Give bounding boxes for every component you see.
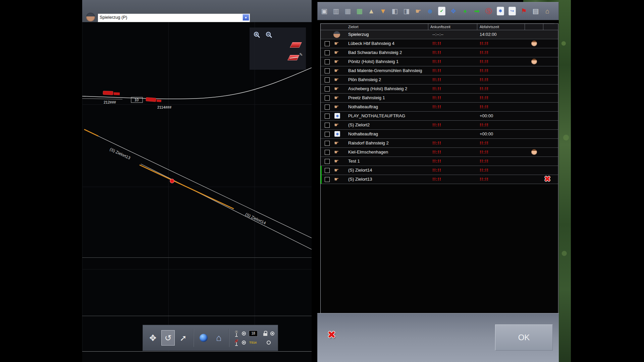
train-summary-row[interactable]: Spielerzug --:--:-- 14:02:00 (321, 30, 558, 39)
train-marker-1[interactable] (103, 91, 120, 95)
table-row[interactable]: ☛ Kiel-Elmschenhagen !!:!! !!:!! (321, 148, 558, 157)
destination-label: Bad Schwartau Bahnsteig 2 (348, 48, 402, 57)
arrival-time: !!:!! (432, 84, 441, 93)
hand-icon: ☛ (334, 121, 339, 129)
split-right-button[interactable]: ◨ (402, 5, 411, 17)
table-row[interactable]: ☛ Nothalteauftrag !!:!! !!:!! (321, 103, 558, 112)
zoom-out-button[interactable] (264, 30, 274, 40)
table-row[interactable]: ✱ PLAY_NOTHALTEAUFTRAG +00:00 (321, 112, 558, 121)
save-button[interactable]: ▣ (320, 5, 329, 17)
destination-label: (S) Zielort2 (348, 121, 370, 129)
row-checkbox[interactable] (325, 86, 330, 92)
doc-export-button[interactable]: ↪ (507, 5, 517, 17)
row-checkbox[interactable] (325, 159, 330, 164)
row-checkbox[interactable] (325, 123, 330, 128)
lock-radio[interactable] (270, 331, 274, 336)
chevron-down-icon[interactable]: ▼ (243, 14, 249, 21)
order-doc-icon: ✱ (334, 131, 340, 137)
destination-label: Lübeck Hbf Bahnsteig 4 (348, 39, 394, 48)
table-row[interactable]: ☛ Bad Malente-Gremsmühlen Bahnsteig !!:!… (321, 66, 558, 75)
row-checkbox[interactable] (325, 68, 330, 73)
arrow-right-green-button[interactable]: ➡ (472, 5, 482, 17)
position-dot[interactable] (170, 179, 174, 183)
signal-radio-1[interactable] (242, 331, 246, 336)
depot-icon: ⌂ (545, 8, 549, 14)
timetable-rows: ☛ Lübeck Hbf Bahnsteig 4 !!:!! !!:!! ☛ B… (321, 39, 558, 184)
speed-value-box[interactable]: 18 (249, 330, 258, 337)
red-layer-icon[interactable] (290, 42, 302, 48)
row-checkbox[interactable] (325, 59, 330, 64)
departure-time: !!:!! (480, 75, 489, 84)
hand-button[interactable]: ☛ (414, 5, 423, 17)
table-row[interactable]: ☛ (S) Zielort13 !!:!! !!:!! ✖ (321, 175, 558, 184)
destination-label: Pönitz (Holst) Bahnsteig 1 (348, 57, 398, 66)
train-select-dropdown[interactable]: Spielerzug (P) ▼ (98, 13, 250, 22)
row-checkbox[interactable] (325, 141, 330, 146)
table-row[interactable]: ☛ Preetz Bahnsteig 1 !!:!! !!:!! (321, 94, 558, 103)
table-row[interactable]: ☛ Ascheberg (Holst) Bahnsteig 2 !!:!! !!… (321, 84, 558, 94)
table-row[interactable]: ☛ (S) Zielort2 !!:!! !!:!! (321, 121, 558, 130)
destination-label: Kiel-Elmschenhagen (348, 148, 388, 157)
order-doc-icon: ✱ (334, 113, 340, 119)
table-row[interactable]: ☛ Plön Bahnsteig 2 !!:!! !!:!! (321, 75, 558, 84)
zoom-in-button[interactable] (252, 30, 262, 40)
s-cancel-button[interactable]: Ⓢ (484, 5, 493, 17)
extra-radio[interactable] (267, 341, 271, 345)
grid-small-button[interactable]: ▦ (343, 5, 353, 17)
table-row[interactable]: ☛ Lübeck Hbf Bahnsteig 4 !!:!! !!:!! (321, 39, 558, 48)
signal-radio-2[interactable] (242, 341, 246, 345)
split-left-button[interactable]: ◧ (390, 5, 399, 17)
row-checkbox[interactable] (325, 105, 330, 110)
red-layer-edit-icon[interactable]: ✎ (287, 55, 300, 60)
table-row[interactable]: ☛ Bad Schwartau Bahnsteig 2 !!:!! !!:!! (321, 48, 558, 57)
row-checkbox[interactable] (325, 132, 330, 137)
depot-button[interactable]: ⌂ (543, 5, 552, 17)
arrival-time: !!:!! (432, 121, 441, 129)
row-checkbox[interactable] (325, 168, 330, 173)
table-row[interactable]: ☛ Test 1 !!:!! !!:!! (321, 157, 558, 166)
tiles-button[interactable]: ❖ (449, 5, 458, 17)
row-checkbox[interactable] (325, 50, 330, 55)
timetable-toolbar: ▣ ▥ ▦ ▦ ▲ ▼ ◧ ◨ ☛ ☻ ✔ ❖ ➧ ➡ Ⓢ ✱ ↪ ⚑ ▤ ⌂ (317, 2, 559, 20)
rotate-mode-button[interactable]: ↺ (161, 330, 174, 346)
remove-destination-button[interactable]: ✖ (327, 329, 336, 341)
pan-mode-button[interactable]: ✥ (146, 330, 159, 346)
row-checkbox[interactable] (325, 96, 330, 101)
row-checkbox[interactable] (325, 77, 330, 82)
row-checkbox[interactable] (325, 41, 330, 46)
hand-icon: ☛ (334, 148, 339, 156)
roof-up-button[interactable]: ▲ (367, 5, 376, 17)
hand-icon: ☛ (334, 58, 339, 65)
arrow-down-button[interactable]: ▼ (378, 5, 388, 17)
arrival-time: !!:!! (432, 57, 441, 66)
arrival-time: !!:!! (432, 66, 441, 75)
table-row[interactable]: ☛ Raisdorf Bahnsteig 2 !!:!! !!:!! (321, 139, 558, 148)
table-row[interactable]: ☛ (S) Zielort14 !!:!! !!:!! (321, 166, 558, 175)
globe-view-button[interactable] (197, 330, 210, 346)
home-view-button[interactable]: ⌂ (212, 330, 225, 346)
table-row[interactable]: ☛ Pönitz (Holst) Bahnsteig 1 !!:!! !!:!! (321, 57, 558, 66)
track-map-area[interactable]: 212### 2114### 10 (S) Zielort13 (S) Ziel… (82, 22, 312, 352)
hand-icon: ☛ (334, 139, 339, 147)
keyboard-button[interactable]: ▤ (531, 5, 540, 17)
departure-time: +00:00 (480, 130, 493, 138)
arrow-to-bar-green-button[interactable]: ➧ (461, 5, 470, 17)
row-checkbox[interactable] (325, 114, 330, 119)
person-button[interactable]: ☻ (425, 5, 435, 17)
delete-target-icon[interactable]: ✖ (544, 174, 551, 184)
grid-large-button[interactable]: ▦ (355, 5, 364, 17)
arrival-time: !!:!! (432, 157, 441, 166)
doc-check-button[interactable]: ✔ (437, 5, 446, 17)
departure-time: !!:!! (480, 139, 489, 147)
flag-button[interactable]: ⚑ (519, 5, 529, 17)
toolbar-divider (193, 329, 194, 347)
row-checkbox[interactable] (325, 150, 330, 155)
row-checkbox[interactable] (325, 177, 330, 182)
jump-to-button[interactable]: ➚ (177, 330, 190, 346)
arrow-down-icon: ▼ (380, 8, 386, 14)
doc-gear-button[interactable]: ✱ (496, 5, 505, 17)
ok-button[interactable]: OK (495, 324, 553, 351)
delete-button[interactable]: ▥ (331, 5, 341, 17)
table-row[interactable]: ✱ Nothalteauftrag +00:00 (321, 130, 558, 139)
train-marker-2[interactable] (146, 97, 162, 102)
